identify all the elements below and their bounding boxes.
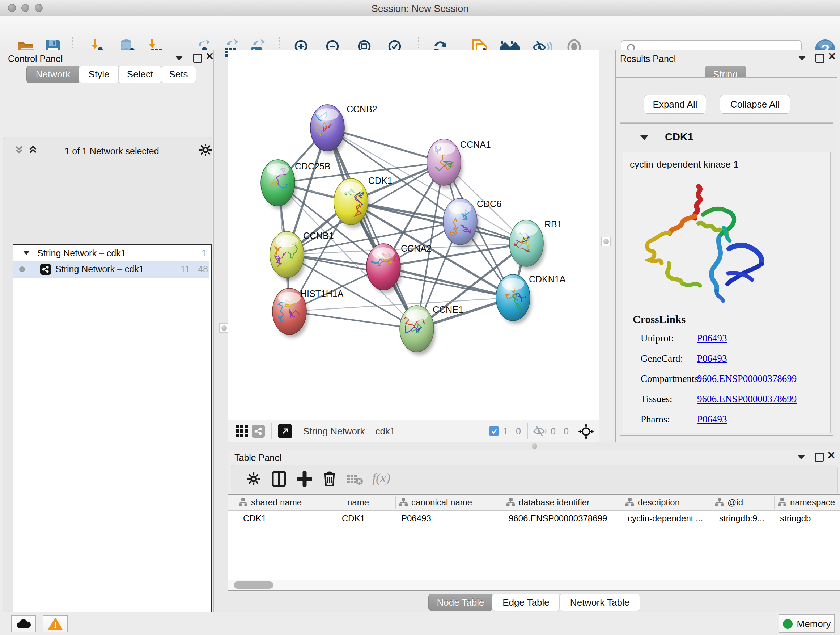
scrollbar-thumb[interactable] <box>234 581 273 589</box>
footer-separator <box>271 423 272 439</box>
crosslink-genecard-link[interactable]: P06493 <box>697 353 727 364</box>
column-type-icon <box>399 498 408 507</box>
network-edge-HIST1H1A-CCNE1[interactable] <box>289 311 417 329</box>
column-header[interactable]: database identifier <box>519 497 590 508</box>
warnings-button[interactable] <box>43 615 68 632</box>
detach-view-icon[interactable] <box>278 424 292 439</box>
crosslink-tissues-link[interactable]: 9606.ENSP00000378699 <box>697 394 797 405</box>
table-row[interactable]: CDK1 CDK1 P06493 9606.ENSP00000378699 cy… <box>228 510 840 527</box>
network-node-CDC6[interactable]: CDC6 <box>443 198 501 248</box>
column-type-icon <box>778 498 786 507</box>
selected-checkbox-icon[interactable] <box>489 426 499 436</box>
node-label-CCNB1: CCNB1 <box>303 231 334 241</box>
apply-function-button[interactable]: f(x) <box>372 470 390 486</box>
window-title: Session: New Session <box>0 3 840 14</box>
table-panel-close-icon[interactable]: ✕ <box>827 451 835 459</box>
node-table-header: shared name name canonical name database… <box>228 494 840 511</box>
node-label-CCNA1: CCNA1 <box>460 139 491 149</box>
crosslink-compartments-link[interactable]: 9606.ENSP00000378699 <box>697 373 797 385</box>
crosslink-uniprot-link[interactable]: P06493 <box>697 333 727 344</box>
vertical-splitter[interactable] <box>599 50 615 442</box>
splitter-handle-dot[interactable] <box>532 443 537 449</box>
control-panel-menu-icon[interactable] <box>175 56 183 60</box>
control-panel-title: Control Panel <box>8 54 63 64</box>
expand-all-button[interactable]: Expand All <box>644 95 706 114</box>
protein-collapse-icon[interactable] <box>640 135 648 140</box>
cloud-status-button[interactable] <box>11 615 36 632</box>
network-edge-CCNA2-CDKN1A[interactable] <box>384 267 513 298</box>
column-header[interactable]: description <box>638 497 680 508</box>
network-collection-row[interactable]: String Network – cdk1 1 <box>13 245 210 261</box>
tab-style[interactable]: Style <box>79 65 119 83</box>
results-panel-float-icon[interactable] <box>815 54 824 63</box>
network-node-CCNB1[interactable]: CCNB1 <box>270 231 334 281</box>
table-panel-menu-icon[interactable] <box>797 455 805 459</box>
network-node-CCNB2[interactable]: CCNB2 <box>310 104 377 154</box>
results-panel-menu-icon[interactable] <box>798 56 806 60</box>
crosslinks-heading: CrossLinks <box>633 313 685 325</box>
delete-column-trash-icon[interactable] <box>322 470 337 488</box>
network-node-HIST1H1A[interactable]: HIST1H1A <box>272 288 344 338</box>
network-row-selected[interactable]: String Network – cdk1 11 48 <box>13 261 210 278</box>
control-panel-float-icon[interactable] <box>193 54 202 63</box>
horizontal-splitter[interactable] <box>228 442 840 450</box>
network-node-RB1[interactable]: RB1 <box>509 219 562 270</box>
expand-all-networks-icon[interactable] <box>14 145 24 156</box>
network-node-CCNA1[interactable]: CCNA1 <box>427 139 491 188</box>
memory-label: Memory <box>797 618 831 630</box>
network-options-gear-icon[interactable] <box>199 143 212 158</box>
tab-network[interactable]: Network <box>27 65 80 83</box>
hidden-node-edge-counts: 0 - 0 <box>551 426 569 437</box>
network-view-toolbar: String Network – cdk1 1 - 0 0 - 0 <box>228 420 599 442</box>
tab-network-table[interactable]: Network Table <box>559 594 640 611</box>
table-settings-gear-icon[interactable] <box>246 472 261 488</box>
control-panel-close-icon[interactable]: ✕ <box>205 52 214 60</box>
column-header[interactable]: name <box>347 497 369 508</box>
column-header[interactable]: namespace <box>790 497 835 508</box>
network-view-canvas[interactable]: CCNB2CCNA1CDC25BCDK1CDC6RB1CCNB1CCNA2CDK… <box>228 50 599 420</box>
node-label-CCNE1: CCNE1 <box>433 304 463 315</box>
add-column-icon[interactable] <box>297 471 312 488</box>
right-splitter-handle[interactable] <box>601 237 611 246</box>
fit-selected-crosshair-icon[interactable] <box>578 424 594 441</box>
tab-sets[interactable]: Sets <box>161 65 196 83</box>
hidden-items-eye-slash-icon[interactable] <box>532 425 547 439</box>
column-header[interactable]: @id <box>728 497 743 508</box>
show-columns-icon[interactable] <box>272 471 286 488</box>
network-node-CCNE1[interactable]: CCNE1 <box>400 304 463 355</box>
collapse-all-button[interactable]: Collapse All <box>720 95 790 114</box>
column-header[interactable]: canonical name <box>411 497 472 508</box>
memory-button[interactable]: Memory <box>778 614 835 633</box>
main-toolbar: ? <box>0 16 840 50</box>
node-label-CDK1: CDK1 <box>368 176 393 186</box>
collection-collapse-icon[interactable] <box>23 250 30 255</box>
network-selection-status: 1 of 1 Network selected <box>45 146 179 157</box>
tab-node-table[interactable]: Node Table <box>428 594 493 611</box>
protein-structure-image <box>638 180 774 310</box>
network-thumbnail-icon[interactable] <box>252 424 265 438</box>
tab-edge-table[interactable]: Edge Table <box>492 594 560 611</box>
grid-view-icon[interactable] <box>236 425 248 439</box>
collapse-all-networks-icon[interactable] <box>28 145 38 156</box>
results-panel-close-icon[interactable]: ✕ <box>828 52 836 60</box>
node-label-CCNA2: CCNA2 <box>401 243 431 253</box>
tab-select[interactable]: Select <box>118 65 162 83</box>
table-panel-float-icon[interactable] <box>815 453 824 462</box>
crosslink-pharos-link[interactable]: P06493 <box>697 414 727 425</box>
collection-network-count: 1 <box>194 248 207 258</box>
current-network-name: String Network – cdk1 <box>303 426 395 437</box>
left-splitter-handle[interactable] <box>219 323 229 333</box>
network-node-CDKN1A[interactable]: CDKN1A <box>496 274 566 324</box>
clear-table-icon[interactable] <box>347 474 363 487</box>
network-panel-body: 1 of 1 Network selected String Network –… <box>3 137 212 635</box>
network-graph[interactable]: CCNB2CCNA1CDC25BCDK1CDC6RB1CCNB1CCNA2CDK… <box>228 50 599 420</box>
node-table[interactable]: shared name name canonical name database… <box>228 494 840 581</box>
column-header[interactable]: shared name <box>251 497 302 508</box>
network-status-dot-icon <box>19 266 25 272</box>
node-label-CDKN1A: CDKN1A <box>529 274 566 284</box>
table-horizontal-scrollbar[interactable] <box>228 580 840 591</box>
node-label-HIST1H1A: HIST1H1A <box>300 288 344 299</box>
crosslink-label: Uniprot: <box>641 333 674 344</box>
network-node-CCNA2[interactable]: CCNA2 <box>366 243 431 293</box>
column-type-icon <box>239 498 248 507</box>
